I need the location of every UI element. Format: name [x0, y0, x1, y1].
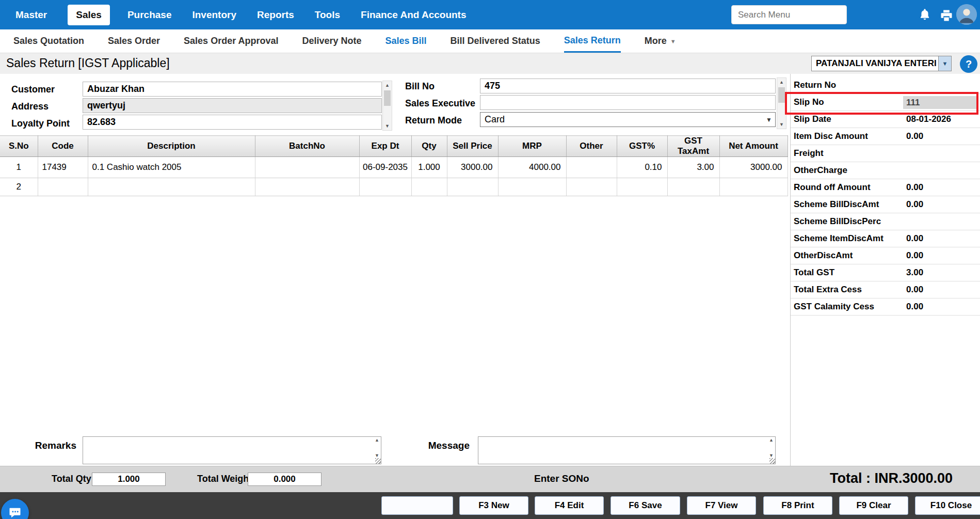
menu-tools[interactable]: Tools — [315, 9, 340, 21]
f9-clear-button[interactable]: F9 Clear — [839, 496, 908, 515]
message-textarea[interactable] — [478, 436, 776, 464]
company-select[interactable]: PATANJALI VANIJYA ENTERI ▼ — [811, 56, 952, 71]
cell-sell-price[interactable]: 3000.00 — [447, 157, 498, 178]
cell-gst-taxamt[interactable] — [667, 178, 719, 196]
col-sell-price: Sell Price — [447, 136, 498, 157]
col-mrp: MRP — [498, 136, 566, 157]
cell-qty[interactable]: 1.000 — [411, 157, 447, 178]
cell-other[interactable] — [566, 178, 617, 196]
scroll-down-icon[interactable]: ▼ — [383, 122, 392, 130]
cell-mrp[interactable] — [498, 178, 566, 196]
f7-view-button[interactable]: F7 View — [687, 496, 756, 515]
cell-sno[interactable]: 1 — [0, 157, 38, 178]
blank-button[interactable] — [381, 496, 453, 515]
summary-row-slip-no: Slip No 111 — [791, 94, 980, 111]
cell-qty[interactable] — [411, 178, 447, 196]
cell-gst-pct[interactable]: 0.10 — [617, 157, 667, 178]
menu-purchase[interactable]: Purchase — [127, 9, 172, 21]
scroll-up-icon[interactable]: ▲ — [777, 78, 786, 86]
total-extra-cess-value[interactable]: 0.00 — [906, 285, 923, 295]
cell-sell-price[interactable] — [447, 178, 498, 196]
tab-bill-delivered-status[interactable]: Bill Delivered Status — [451, 29, 540, 53]
menu-inventory[interactable]: Inventory — [192, 9, 236, 21]
resize-grip-icon[interactable] — [769, 458, 775, 464]
scheme-itemdiscamt-value[interactable]: 0.00 — [906, 233, 923, 244]
remarks-textarea[interactable] — [83, 436, 381, 464]
tab-delivery-note[interactable]: Delivery Note — [302, 29, 362, 53]
tab-sales-bill[interactable]: Sales Bill — [385, 29, 427, 53]
menu-reports[interactable]: Reports — [257, 9, 294, 21]
customer-input[interactable] — [83, 82, 382, 97]
cell-batchno[interactable] — [255, 157, 359, 178]
tab-sales-quotation[interactable]: Sales Quotation — [13, 29, 84, 53]
total-gst-label: Total GST — [794, 268, 834, 278]
col-other: Other — [566, 136, 617, 157]
cell-gst-pct[interactable] — [617, 178, 667, 196]
gst-calamity-cess-value[interactable]: 0.00 — [906, 302, 923, 312]
scheme-billdiscamt-label: Scheme BillDiscAmt — [794, 199, 879, 210]
cell-mrp[interactable]: 4000.00 — [498, 157, 566, 178]
cell-net-amount[interactable]: 3000.00 — [719, 157, 788, 178]
summary-row-item-disc-amount: Item Disc Amount 0.00 — [791, 128, 980, 145]
total-qty-input[interactable] — [92, 473, 166, 486]
total-weight-input[interactable] — [248, 473, 322, 486]
screen: Master Sales Purchase Inventory Reports … — [0, 0, 980, 519]
scroll-down-icon[interactable]: ▼ — [777, 120, 786, 129]
round-off-value[interactable]: 0.00 — [906, 182, 923, 193]
slip-date-value[interactable]: 08-01-2026 — [906, 114, 951, 124]
scroll-up-icon[interactable]: ▲ — [769, 437, 774, 443]
search-input[interactable] — [731, 5, 847, 24]
cell-batchno[interactable] — [255, 178, 359, 196]
f10-close-button[interactable]: F10 Close — [915, 496, 980, 515]
summary-row-scheme-itemdiscamt: Scheme ItemDiscAmt 0.00 — [791, 230, 980, 247]
bell-icon[interactable] — [918, 8, 932, 22]
item-disc-amount-value[interactable]: 0.00 — [906, 131, 923, 141]
cell-description[interactable]: 0.1 Cashio watch 2005 — [88, 157, 255, 178]
otherdiscamt-value[interactable]: 0.00 — [906, 250, 923, 261]
resize-grip-icon[interactable] — [375, 458, 381, 464]
sales-subnav: Sales Quotation Sales Order Sales Order … — [0, 29, 980, 53]
cell-code[interactable] — [38, 178, 88, 196]
f4-edit-button[interactable]: F4 Edit — [535, 496, 604, 515]
address-input[interactable] — [83, 98, 382, 113]
cell-code[interactable]: 17439 — [38, 157, 88, 178]
function-button-bar: F3 New F4 Edit F6 Save F7 View F8 Print … — [0, 492, 980, 519]
menu-master[interactable]: Master — [15, 9, 47, 21]
scroll-down-icon[interactable]: ▼ — [375, 453, 379, 458]
help-icon[interactable]: ? — [960, 55, 977, 73]
cell-description[interactable] — [88, 178, 255, 196]
total-gst-value[interactable]: 3.00 — [906, 268, 923, 278]
cell-sno[interactable]: 2 — [0, 178, 38, 196]
tab-sales-order-approval[interactable]: Sales Order Approval — [184, 29, 278, 53]
scrollbar-thumb[interactable] — [384, 90, 391, 106]
scrollbar-thumb[interactable] — [778, 87, 785, 103]
printer-icon[interactable] — [939, 8, 954, 23]
form-right-scrollbar[interactable]: ▲ ▼ — [777, 77, 786, 129]
scroll-down-icon[interactable]: ▼ — [769, 453, 774, 458]
form-left-scrollbar[interactable]: ▲ ▼ — [382, 81, 392, 131]
message-label: Message — [404, 440, 470, 451]
cell-net-amount[interactable] — [719, 178, 788, 196]
tab-sales-return[interactable]: Sales Return — [564, 29, 621, 53]
return-mode-select[interactable]: Card ▼ — [480, 112, 776, 127]
cell-gst-taxamt[interactable]: 3.00 — [667, 157, 719, 178]
scroll-up-icon[interactable]: ▲ — [383, 81, 392, 89]
loyalty-point-input[interactable] — [83, 115, 382, 130]
menu-sales[interactable]: Sales — [68, 5, 110, 25]
f3-new-button[interactable]: F3 New — [459, 496, 528, 515]
scroll-up-icon[interactable]: ▲ — [375, 437, 379, 443]
cell-other[interactable] — [566, 157, 617, 178]
sales-executive-input[interactable] — [480, 95, 776, 110]
cell-exp-dt[interactable]: 06-09-2035 — [359, 157, 411, 178]
tab-sales-order[interactable]: Sales Order — [108, 29, 160, 53]
col-net-amount: Net Amount — [719, 136, 788, 157]
slip-no-value[interactable]: 111 — [903, 96, 976, 109]
cell-exp-dt[interactable] — [359, 178, 411, 196]
user-avatar[interactable] — [956, 4, 977, 25]
bill-no-input[interactable] — [480, 78, 776, 93]
f8-print-button[interactable]: F8 Print — [763, 496, 832, 515]
tab-more[interactable]: More ▼ — [645, 29, 676, 53]
f6-save-button[interactable]: F6 Save — [611, 496, 680, 515]
scheme-billdiscamt-value[interactable]: 0.00 — [906, 199, 923, 210]
menu-finance-and-accounts[interactable]: Finance And Accounts — [361, 9, 466, 21]
